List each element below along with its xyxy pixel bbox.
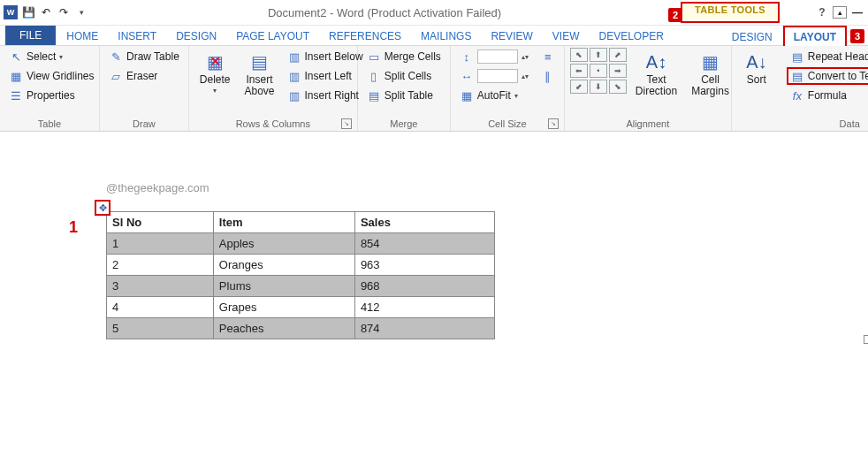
tab-file[interactable]: FILE — [5, 26, 56, 45]
document-table[interactable]: Sl No Item Sales 1Apples854 2Oranges963 … — [106, 211, 495, 339]
cell-margins-button[interactable]: ▦Cell Margins — [686, 48, 735, 101]
align-tr-button[interactable]: ⬈ — [609, 48, 627, 62]
table-row[interactable]: 2Oranges963 — [107, 255, 495, 276]
qat-customize-icon[interactable]: ▾ — [74, 5, 88, 19]
undo-icon[interactable]: ↶ — [39, 5, 53, 19]
height-input[interactable]: ↕▴▾ — [456, 48, 532, 65]
dialog-launcher-icon[interactable]: ↘ — [548, 118, 559, 129]
table-row[interactable]: 3Plums968 — [107, 276, 495, 297]
group-label-cell-size: Cell Size↘ — [456, 117, 559, 131]
insert-below-button[interactable]: ▥Insert Below — [284, 48, 367, 65]
tab-references[interactable]: REFERENCES — [320, 27, 410, 45]
distribute-cols-button[interactable]: ∥ — [537, 67, 559, 85]
properties-icon: ☰ — [9, 88, 23, 103]
table-header[interactable]: Item — [213, 212, 354, 233]
group-label-merge: Merge — [363, 117, 445, 131]
distribute-rows-button[interactable]: ≡ — [537, 48, 559, 65]
sort-button[interactable]: A↓Sort — [737, 48, 776, 89]
save-icon[interactable]: 💾 — [21, 5, 35, 19]
tab-view[interactable]: VIEW — [544, 27, 589, 45]
chevron-down-icon: ▾ — [213, 88, 217, 95]
document-title: Document2 - Word (Product Activation Fai… — [92, 6, 677, 19]
tab-page-layout[interactable]: PAGE LAYOUT — [227, 27, 318, 45]
cell-margins-icon: ▦ — [697, 51, 725, 72]
tab-insert[interactable]: INSERT — [109, 27, 165, 45]
align-bc-button[interactable]: ⬇ — [590, 80, 607, 94]
tab-review[interactable]: REVIEW — [482, 27, 541, 45]
repeat-header-icon: ▤ — [790, 49, 804, 64]
chevron-down-icon: ▾ — [59, 53, 63, 61]
align-ml-button[interactable]: ⬅ — [570, 64, 588, 78]
title-bar: W 💾 ↶ ↷ ▾ Document2 - Word (Product Acti… — [0, 0, 868, 26]
eraser-icon: ▱ — [109, 69, 123, 83]
split-cells-icon: ▯ — [367, 69, 381, 83]
dialog-launcher-icon[interactable]: ↘ — [341, 118, 352, 129]
formula-button[interactable]: fxFormula — [787, 87, 868, 104]
insert-above-icon: ▤ — [246, 51, 274, 72]
table-resize-handle[interactable] — [864, 335, 868, 344]
grid-icon: ▦ — [9, 69, 23, 83]
word-app-icon: W — [4, 5, 18, 19]
insert-right-button[interactable]: ▥Insert Right — [284, 87, 367, 104]
pencil-icon: ✎ — [109, 49, 123, 64]
ribbon-options-icon[interactable]: ▴ — [833, 6, 847, 19]
tab-design[interactable]: DESIGN — [167, 27, 225, 45]
insert-left-button[interactable]: ▥Insert Left — [284, 67, 367, 85]
properties-button[interactable]: ☰Properties — [5, 87, 97, 104]
tab-home[interactable]: HOME — [57, 27, 107, 45]
align-tc-button[interactable]: ⬆ — [590, 48, 607, 62]
chevron-down-icon: ▾ — [514, 92, 518, 100]
autofit-button[interactable]: ▦AutoFit▾ — [456, 87, 532, 104]
help-icon[interactable]: ? — [815, 5, 829, 19]
merge-cells-button[interactable]: ▭Merge Cells — [363, 48, 445, 65]
annotation-marker-1: 1 — [69, 218, 78, 237]
align-bl-button[interactable]: ⬋ — [570, 80, 588, 94]
tab-mailings[interactable]: MAILINGS — [412, 27, 480, 45]
eraser-button[interactable]: ▱Eraser — [105, 67, 183, 85]
select-button[interactable]: ↖Select▾ — [5, 48, 97, 65]
minimize-icon[interactable]: — — [850, 5, 864, 19]
delete-button[interactable]: ▦✕Delete▾ — [194, 48, 236, 99]
align-mc-button[interactable]: • — [590, 64, 607, 78]
table-row[interactable]: 4Grapes412 — [107, 297, 495, 318]
table-move-handle[interactable]: ✥ — [95, 200, 110, 216]
watermark-text: @thegeekpage.com — [106, 181, 209, 194]
distribute-cols-icon: ∥ — [541, 69, 555, 83]
table-header-row[interactable]: Sl No Item Sales — [107, 212, 495, 233]
table-header[interactable]: Sales — [354, 212, 494, 233]
redo-icon[interactable]: ↷ — [57, 5, 71, 19]
row-height-icon: ↕ — [460, 49, 474, 64]
view-gridlines-button[interactable]: ▦View Gridlines — [5, 67, 97, 85]
insert-above-button[interactable]: ▤Insert Above — [240, 48, 280, 101]
align-tl-button[interactable]: ⬉ — [570, 48, 588, 62]
draw-table-button[interactable]: ✎Draw Table — [105, 48, 183, 65]
insert-right-icon: ▥ — [287, 88, 301, 103]
table-row[interactable]: 5Peaches874 — [107, 318, 495, 339]
col-width-icon: ↔ — [460, 69, 474, 83]
cursor-icon: ↖ — [9, 49, 23, 64]
text-direction-icon: A↕ — [643, 51, 671, 72]
document-table-wrap: ✥ Sl No Item Sales 1Apples854 2Oranges96… — [106, 211, 868, 339]
group-label-draw: Draw — [105, 117, 183, 131]
annotation-marker-3: 3 — [850, 29, 864, 43]
ribbon-tabs: FILE HOME INSERT DESIGN PAGE LAYOUT REFE… — [0, 26, 868, 46]
document-area: @thegeekpage.com 1 ✥ Sl No Item Sales 1A… — [0, 132, 868, 472]
merge-icon: ▭ — [367, 49, 381, 64]
text-direction-button[interactable]: A↕Text Direction — [630, 48, 682, 101]
convert-to-text-button[interactable]: ▤Convert to Text — [787, 67, 868, 85]
split-cells-button[interactable]: ▯Split Cells — [363, 67, 445, 85]
repeat-header-button[interactable]: ▤Repeat Header Rows — [787, 48, 868, 65]
split-table-button[interactable]: ▤Split Table — [363, 87, 445, 104]
table-row[interactable]: 1Apples854 — [107, 233, 495, 255]
tab-developer[interactable]: DEVELOPER — [590, 27, 672, 45]
annotation-marker-2: 2 — [668, 8, 682, 22]
tab-table-design[interactable]: DESIGN — [723, 27, 781, 46]
align-mr-button[interactable]: ➡ — [609, 64, 627, 78]
autofit-icon: ▦ — [460, 88, 474, 103]
width-input[interactable]: ↔▴▾ — [456, 67, 532, 85]
table-header[interactable]: Sl No — [107, 212, 214, 233]
tab-table-layout[interactable]: LAYOUT — [783, 26, 847, 46]
sort-icon: A↓ — [742, 51, 771, 72]
align-br-button[interactable]: ⬊ — [609, 80, 627, 94]
insert-below-icon: ▥ — [287, 49, 301, 64]
